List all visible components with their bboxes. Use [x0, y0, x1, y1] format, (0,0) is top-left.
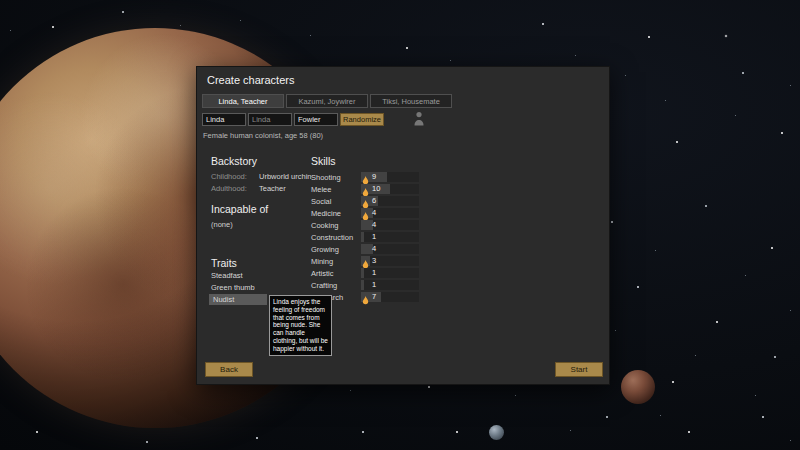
start-button[interactable]: Start [555, 362, 603, 377]
skill-bar: 1 [361, 268, 419, 278]
skill-level: 10 [372, 184, 380, 194]
passion-flame-icon [362, 256, 369, 266]
skill-level: 1 [372, 280, 376, 290]
trait-steadfast: Steadfast [211, 271, 243, 280]
trait-tooltip: Linda enjoys the feeling of freedom that… [269, 295, 332, 356]
trait-nudist: Nudist [209, 294, 267, 305]
skill-level: 1 [372, 268, 376, 278]
skill-row-cooking: Cooking 4 [311, 219, 541, 231]
passion-flame-icon [362, 208, 369, 218]
dialog-title: Create characters [207, 74, 294, 86]
skill-name: Crafting [311, 281, 361, 290]
skill-bar: 6 [361, 196, 419, 206]
passion-flame-icon [362, 184, 369, 194]
traits-heading: Traits [211, 257, 237, 269]
stars-layer-dim [0, 0, 1, 1]
skill-level: 7 [372, 292, 376, 302]
skill-name: Shooting [311, 173, 361, 182]
skills-heading: Skills [311, 155, 336, 167]
tab-kazumi-joywirer[interactable]: Kazumi, Joywirer [286, 94, 368, 108]
passion-flame-icon [362, 292, 369, 302]
skill-level: 6 [372, 196, 376, 206]
create-characters-dialog: Create characters Linda, Teacher Kazumi,… [196, 66, 610, 385]
skill-bar: 7 [361, 292, 419, 302]
adulthood-label: Adulthood: [211, 184, 247, 193]
skill-row-melee: Melee 10 [311, 183, 541, 195]
skill-name: Cooking [311, 221, 361, 230]
skill-name: Medicine [311, 209, 361, 218]
colonist-portrait-icon [413, 111, 425, 126]
trait-green-thumb: Green thumb [211, 283, 255, 292]
skill-row-artistic: Artistic 1 [311, 267, 541, 279]
incapable-heading: Incapable of [211, 203, 268, 215]
skill-bar: 3 [361, 256, 419, 266]
skills-list: Shooting 9 Melee 10 Social 6 Medicine 4 … [311, 171, 541, 303]
tab-tiksi-housemate[interactable]: Tiksi, Housemate [370, 94, 452, 108]
passion-flame-icon [362, 172, 369, 182]
skill-name: Construction [311, 233, 361, 242]
skill-row-shooting: Shooting 9 [311, 171, 541, 183]
skill-bar: 1 [361, 280, 419, 290]
skill-row-construction: Construction 1 [311, 231, 541, 243]
childhood-label: Childhood: [211, 172, 247, 181]
first-name-input[interactable] [202, 113, 246, 126]
skill-level: 1 [372, 232, 376, 242]
colonist-description: Female human colonist, age 58 (80) [203, 131, 323, 140]
skill-row-growing: Growing 4 [311, 243, 541, 255]
space-background: Create characters Linda, Teacher Kazumi,… [0, 0, 800, 450]
back-button[interactable]: Back [205, 362, 253, 377]
skill-level: 4 [372, 208, 376, 218]
skill-bar: 10 [361, 184, 419, 194]
nick-name-input[interactable] [248, 113, 292, 126]
backstory-heading: Backstory [211, 155, 257, 167]
skill-bar: 4 [361, 244, 419, 254]
skill-name: Artistic [311, 269, 361, 278]
skill-row-research: Research 7 [311, 291, 541, 303]
skill-name: Mining [311, 257, 361, 266]
passion-flame-icon [362, 196, 369, 206]
skill-name: Melee [311, 185, 361, 194]
last-name-input[interactable] [294, 113, 338, 126]
skill-level: 9 [372, 172, 376, 182]
skill-row-mining: Mining 3 [311, 255, 541, 267]
skill-bar: 4 [361, 208, 419, 218]
skill-name: Growing [311, 245, 361, 254]
skill-level: 4 [372, 244, 376, 254]
skill-row-medicine: Medicine 4 [311, 207, 541, 219]
skill-bar: 4 [361, 220, 419, 230]
skill-level: 3 [372, 256, 376, 266]
skill-bar: 9 [361, 172, 419, 182]
incapable-value: (none) [211, 220, 233, 229]
moon-icon [621, 370, 655, 404]
childhood-value: Urbworld urchin [259, 172, 312, 181]
skill-level: 4 [372, 220, 376, 230]
skill-row-crafting: Crafting 1 [311, 279, 541, 291]
adulthood-value: Teacher [259, 184, 286, 193]
randomize-button[interactable]: Randomize [340, 113, 384, 126]
skill-row-social: Social 6 [311, 195, 541, 207]
skill-bar: 1 [361, 232, 419, 242]
small-moon-icon [489, 425, 504, 440]
tab-linda-teacher[interactable]: Linda, Teacher [202, 94, 284, 108]
skill-name: Social [311, 197, 361, 206]
